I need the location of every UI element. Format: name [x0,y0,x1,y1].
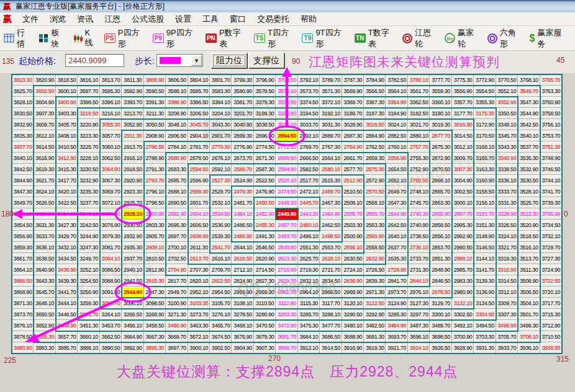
grid-cell-r10-c18: 2748.10 [408,186,430,197]
grid-cell-r20-c6: 3098.50 [144,298,166,309]
grid-cell-r18-c18: 2844.10 [408,275,430,287]
toolbar-button-赢家轮[interactable]: Big赢家轮 [445,27,481,50]
combobox-dropdown-icon[interactable]: ▼ [191,55,202,66]
menu-item-公式选股[interactable]: 公式选股 [126,12,170,26]
toolbar-button-六角形[interactable]: 六角形 [487,27,523,50]
toolbar-button-K线[interactable]: K线 [73,28,97,48]
resistance-button[interactable]: 阻力位 [211,53,247,68]
grid-cell-r3-c17: 3184.90 [386,108,407,119]
grid-cell-r11-c12: 2448.10 [276,197,297,208]
menu-item-文件[interactable]: 文件 [17,12,44,26]
grid-cell-r7-c6: 2788.90 [144,153,166,164]
grid-cell-r22-c4: 3453.70 [100,320,122,331]
grid-cell-r20-c0: 3871.30 [12,298,34,309]
angle-label-45: 45 [556,56,564,65]
grid-cell-r9-c2: 3417.70 [56,175,78,186]
menu-item-设置[interactable]: 设置 [170,12,197,26]
toolbar-button-T四方形[interactable]: TST四方形 [254,27,295,50]
grid-cell-r5-c1: 3612.10 [34,130,55,141]
grid-cell-r7-c14: 2664.10 [320,153,342,164]
grid-cell-r17-c7: 2704.90 [166,264,188,275]
toolbar-label: 赢家服务 [537,27,568,50]
grid-cell-r9-c24: 3744.10 [540,175,562,186]
grid-cell-r21-c11: 3280.90 [254,309,276,320]
grid-cell-r21-c16: 3292.90 [364,309,386,320]
svg-text:Big: Big [446,37,453,42]
grid-cell-r7-c0: 3840.10 [12,153,34,164]
grid-cell-r10-c7: 2688.10 [166,186,188,197]
grid-cell-r0-c6: 3808.90 [144,74,166,86]
grid-cell-r3-c16: 3187.30 [364,108,386,119]
menu-item-工具[interactable]: 工具 [197,12,224,26]
toolbar-button-江恩轮[interactable]: 江恩轮 [402,27,438,50]
toolbar-button-T数字表[interactable]: TNT数字表 [355,27,396,50]
grid-cell-r19-c4: 3091.30 [100,287,122,298]
toolbar-button-P数字表[interactable]: PNP数字表 [206,27,247,50]
grid-cell-r18-c10: 2824.90 [232,275,253,287]
grid-cell-r0-c4: 3813.70 [100,74,122,86]
grid-cell-r7-c16: 2659.30 [364,153,386,164]
grid-cell-r6-c4: 3060.10 [100,141,122,153]
menu-item-资讯[interactable]: 资讯 [71,12,99,26]
grid-cell-r5-c21: 3170.50 [474,130,496,141]
toolbar-button-9P四方形[interactable]: P99P四方形 [153,27,199,50]
grid-cell-r2-c12: 3376.90 [276,97,297,108]
grid-cell-r13-c0: 3854.50 [12,220,34,231]
grid-cell-r4-c9: 3043.30 [210,119,232,130]
menu-item-窗口[interactable]: 窗口 [224,12,251,26]
step-color-combobox[interactable]: ▼ [156,54,203,67]
grid-cell-r15-c12: 2548.90 [276,242,297,253]
grid-cell-r2-c0: 3828.10 [12,97,34,108]
grid-cell-r18-c14: 2834.50 [320,275,342,287]
grid-cell-r0-c21: 3772.90 [474,74,496,86]
grid-cell-r4-c15: 3028.90 [342,119,364,130]
toolbar-button-赢家服务[interactable]: $赢家服务 [530,27,569,50]
grid-cell-r23-c6: 3667.30 [144,331,166,342]
grid-cell-r10-c1: 3624.10 [34,186,55,197]
grid-cell-r9-c6: 2793.70 [144,175,166,186]
grid-cell-r5-c18: 2880.10 [408,130,430,141]
toolbar-button-9T四方形[interactable]: T99T四方形 [302,27,347,50]
grid-cell-r11-c0: 3849.70 [12,197,34,208]
grid-cell-r4-c7: 3048.10 [166,119,188,130]
grid-cell-r16-c16: 2632.90 [364,253,386,264]
grid-cell-r1-c3: 3597.70 [78,86,99,97]
grid-cell-r5-c15: 2887.30 [342,130,364,141]
grid-cell-r20-c14: 3117.70 [320,298,342,309]
toolbar-button-板块[interactable]: 板块 [38,27,66,50]
grid-cell-r6-c0: 3837.70 [12,141,34,153]
grid-cell-r12-c10: 2484.10 [232,208,253,220]
grid-cell-r15-c19: 2853.70 [430,242,451,253]
menu-item-江恩[interactable]: 江恩 [99,12,126,26]
grid-cell-r13-c8: 2606.50 [188,220,210,231]
grid-cell-r10-c11: 2476.90 [254,186,276,197]
grid-cell-r18-c7: 2817.70 [166,275,188,287]
grid-cell-r16-c10: 2618.50 [232,253,253,264]
grid-cell-r16-c4: 3084.10 [100,253,122,264]
grid-cell-r23-c18: 3696.10 [408,331,430,342]
grid-cell-r8-c7: 2683.30 [166,164,188,175]
toolbar-button-P四方形[interactable]: PSP四方形 [104,27,146,50]
grid-cell-r4-c14: 3031.30 [320,119,342,130]
grid-cell-r12-c19: 2860.90 [430,208,451,220]
grid-cell-r11-c11: 2450.50 [254,197,276,208]
start-price-input[interactable] [65,54,124,67]
grid-cell-r16-c20: 2988.10 [452,253,474,264]
grid-cell-r0-c1: 3820.90 [34,74,55,86]
toolbar-button-行情[interactable]: 行情 [4,27,32,50]
headline-text: 江恩矩阵图未来关键位测算预判 [309,53,500,71]
menu-item-帮助[interactable]: 帮助 [295,12,322,26]
grid-cell-r15-c20: 2990.50 [452,242,474,253]
grid-cell-r4-c23: 3542.50 [518,119,540,130]
grid-cell-r4-c22: 3348.10 [496,119,518,130]
grid-cell-r12-c13: 2443.30 [298,208,320,220]
menu-item-浏览[interactable]: 浏览 [44,12,71,26]
support-button[interactable]: 支撑位 [248,53,284,68]
grid-cell-r18-c17: 2841.70 [386,275,407,287]
grid-cell-r8-c2: 3415.30 [56,164,78,175]
grid-cell-r24-c2: 3885.70 [56,342,78,354]
grid-cell-r2-c19: 3360.10 [430,97,451,108]
menu-item-交易委托[interactable]: 交易委托 [251,12,295,26]
grid-cell-r18-c12: 2829.70 [276,275,297,287]
grid-cell-r13-c13: 2460.10 [298,220,320,231]
